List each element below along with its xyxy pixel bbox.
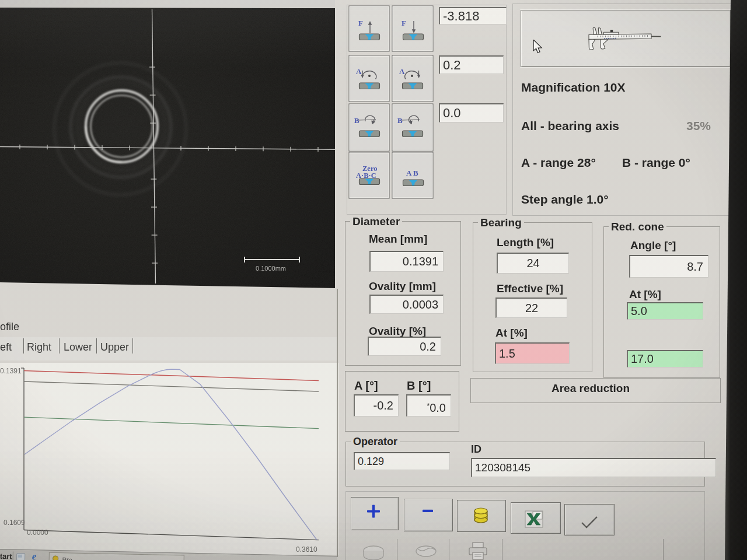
svg-text:0.0000: 0.0000 (27, 528, 48, 537)
svg-text:F: F (402, 19, 406, 27)
svg-text:A: A (399, 67, 405, 76)
svg-text:A B: A B (406, 169, 418, 177)
svg-text:0.1609: 0.1609 (4, 519, 25, 527)
svg-text:F: F (358, 19, 363, 27)
svg-text:A: A (356, 67, 362, 76)
svg-text:0.1391: 0.1391 (0, 367, 22, 375)
svg-text:0.3610: 0.3610 (296, 545, 317, 554)
